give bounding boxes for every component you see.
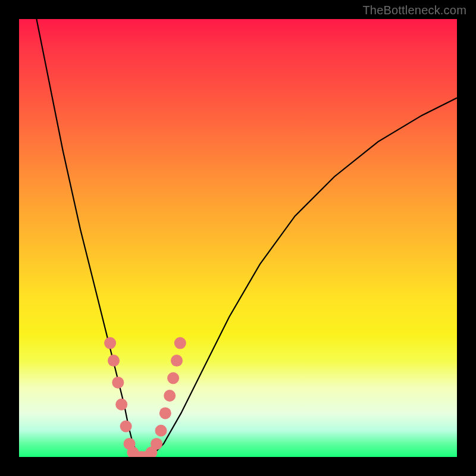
- marker-dot: [164, 390, 176, 402]
- marker-dot: [120, 421, 132, 433]
- marker-dot: [155, 425, 167, 437]
- marker-dot: [171, 355, 183, 367]
- bottleneck-curve: [36, 19, 457, 457]
- highlight-markers: [104, 337, 186, 457]
- attribution-label: TheBottleneck.com: [362, 4, 466, 17]
- marker-dot: [108, 355, 120, 367]
- marker-dot: [174, 337, 186, 349]
- marker-dot: [167, 372, 179, 384]
- marker-dot: [151, 438, 162, 450]
- chart-plot-area: [19, 19, 457, 457]
- marker-dot: [112, 377, 124, 389]
- marker-dot: [104, 337, 116, 349]
- chart-frame: TheBottleneck.com: [0, 0, 476, 476]
- chart-svg: [19, 19, 457, 457]
- marker-dot: [115, 399, 127, 411]
- marker-dot: [159, 407, 171, 419]
